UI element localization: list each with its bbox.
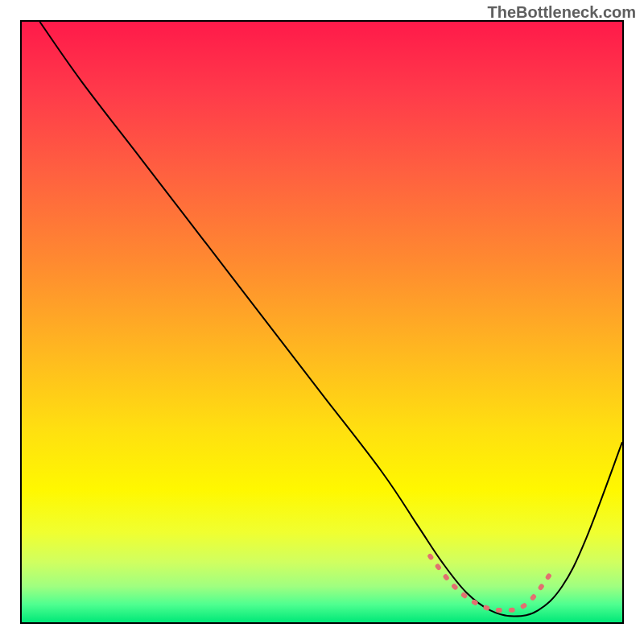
gradient-background xyxy=(22,22,622,622)
watermark-text: TheBottleneck.com xyxy=(488,3,636,22)
plot-area xyxy=(20,20,624,624)
plot-svg xyxy=(22,22,622,622)
chart-container: TheBottleneck.com xyxy=(0,0,644,644)
